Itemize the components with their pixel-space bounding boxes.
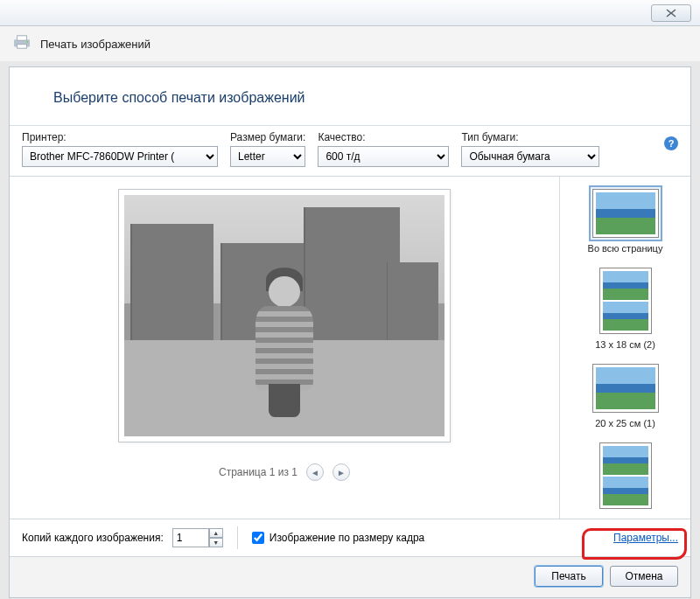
button-bar: Печать Отмена xyxy=(10,556,690,597)
window-close-button[interactable] xyxy=(651,4,691,22)
settings-row: Принтер: Brother MFC-7860DW Printer ( Ра… xyxy=(10,126,690,177)
close-icon xyxy=(665,9,677,17)
paper-type-label: Тип бумаги: xyxy=(461,131,599,143)
prompt-heading: Выберите способ печати изображений xyxy=(10,67,690,126)
pager-text: Страница 1 из 1 xyxy=(219,466,298,478)
paper-size-label: Размер бумаги: xyxy=(230,131,305,143)
fit-frame-checkbox[interactable] xyxy=(252,532,264,544)
help-icon[interactable]: ? xyxy=(664,136,678,150)
window-title: Печать изображений xyxy=(40,38,150,51)
layout-label: 20 x 25 см (1) xyxy=(562,418,689,428)
svg-rect-1 xyxy=(18,36,27,40)
preview-frame xyxy=(118,189,451,442)
printer-label: Принтер: xyxy=(22,131,218,143)
main-area: Страница 1 из 1 ◄ ► Во всю страницу 13 x… xyxy=(10,177,690,519)
print-button[interactable]: Печать xyxy=(535,566,603,587)
next-page-button[interactable]: ► xyxy=(332,463,350,481)
prev-page-button[interactable]: ◄ xyxy=(306,463,324,481)
options-link[interactable]: Параметры... xyxy=(613,532,678,544)
layout-label: 13 x 18 см (2) xyxy=(562,339,689,350)
quality-select[interactable]: 600 т/д xyxy=(318,146,449,167)
quality-label: Качество: xyxy=(318,131,449,143)
fit-frame-text: Изображение по размеру кадра xyxy=(270,532,424,544)
footer-row: Копий каждого изображения: ▲ ▼ Изображен… xyxy=(10,519,690,556)
window-header: Печать изображений xyxy=(0,26,700,61)
preview-pane: Страница 1 из 1 ◄ ► xyxy=(10,177,559,519)
separator xyxy=(237,526,238,549)
layout-label: Во всю страницу xyxy=(562,243,689,254)
copies-label: Копий каждого изображения: xyxy=(22,532,164,544)
paper-type-select[interactable]: Обычная бумага xyxy=(461,146,599,167)
layout-full-page[interactable]: Во всю страницу xyxy=(562,182,689,261)
cancel-button[interactable]: Отмена xyxy=(610,566,678,587)
titlebar xyxy=(0,0,700,26)
printer-icon xyxy=(12,34,32,53)
copies-down-button[interactable]: ▼ xyxy=(209,538,223,547)
fit-frame-checkbox-label[interactable]: Изображение по размеру кадра xyxy=(252,532,424,544)
preview-image xyxy=(124,195,444,436)
svg-point-3 xyxy=(26,41,28,43)
pager: Страница 1 из 1 ◄ ► xyxy=(219,463,350,481)
copies-spinner: ▲ ▼ xyxy=(172,528,223,547)
svg-rect-2 xyxy=(18,45,27,49)
printer-select[interactable]: Brother MFC-7860DW Printer ( xyxy=(22,146,218,167)
layout-list[interactable]: Во всю страницу 13 x 18 см (2) 20 x 25 с… xyxy=(559,177,690,519)
paper-size-select[interactable]: Letter xyxy=(230,146,305,167)
print-dialog: Выберите способ печати изображений Принт… xyxy=(9,66,691,598)
layout-more[interactable] xyxy=(562,435,689,519)
layout-20x25[interactable]: 20 x 25 см (1) xyxy=(562,357,689,435)
copies-up-button[interactable]: ▲ xyxy=(209,528,223,538)
copies-input[interactable] xyxy=(172,528,209,547)
layout-13x18[interactable]: 13 x 18 см (2) xyxy=(562,261,689,357)
